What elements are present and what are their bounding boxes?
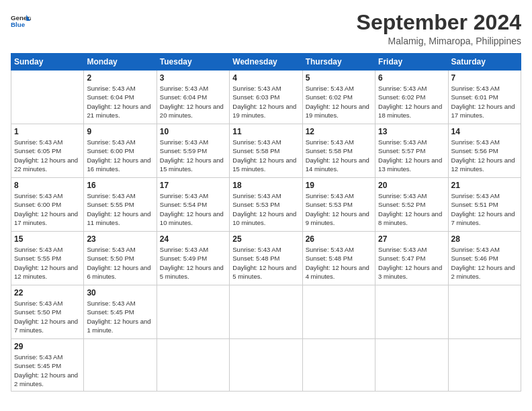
calendar-cell: 4 Sunrise: 5:43 AMSunset: 6:03 PMDayligh… bbox=[230, 71, 302, 124]
calendar-cell: 18 Sunrise: 5:43 AMSunset: 5:53 PMDaylig… bbox=[230, 178, 302, 232]
calendar-cell: 12 Sunrise: 5:43 AMSunset: 5:58 PMDaylig… bbox=[302, 124, 375, 178]
calendar-week-row: 22 Sunrise: 5:43 AMSunset: 5:50 PMDaylig… bbox=[11, 285, 521, 339]
day-info: Sunrise: 5:43 AMSunset: 6:00 PMDaylight:… bbox=[87, 138, 153, 173]
calendar-cell: 26 Sunrise: 5:43 AMSunset: 5:48 PMDaylig… bbox=[302, 232, 375, 285]
day-number: 15 bbox=[14, 234, 81, 244]
day-info: Sunrise: 5:43 AMSunset: 5:52 PMDaylight:… bbox=[378, 191, 445, 227]
day-number: 29 bbox=[14, 342, 81, 351]
day-info: Sunrise: 5:43 AMSunset: 5:46 PMDaylight:… bbox=[451, 245, 518, 281]
day-info: Sunrise: 5:43 AMSunset: 5:48 PMDaylight:… bbox=[306, 245, 372, 281]
day-info: Sunrise: 5:43 AMSunset: 6:02 PMDaylight:… bbox=[378, 84, 445, 120]
calendar-cell: 22 Sunrise: 5:43 AMSunset: 5:50 PMDaylig… bbox=[11, 285, 84, 339]
location-title: Malamig, Mimaropa, Philippines bbox=[357, 36, 521, 46]
day-info: Sunrise: 5:43 AMSunset: 6:04 PMDaylight:… bbox=[87, 84, 153, 120]
day-number: 2 bbox=[87, 73, 153, 83]
calendar-cell: 27 Sunrise: 5:43 AMSunset: 5:47 PMDaylig… bbox=[375, 232, 448, 285]
day-number: 16 bbox=[87, 181, 153, 190]
calendar-cell bbox=[375, 285, 448, 339]
calendar-cell: 2 Sunrise: 5:43 AMSunset: 6:04 PMDayligh… bbox=[84, 71, 157, 124]
day-info: Sunrise: 5:43 AMSunset: 5:45 PMDaylight:… bbox=[14, 353, 81, 388]
day-number: 6 bbox=[378, 73, 445, 83]
calendar-cell: 16 Sunrise: 5:43 AMSunset: 5:55 PMDaylig… bbox=[84, 178, 157, 232]
day-number: 1 bbox=[14, 127, 81, 136]
calendar-cell: 5 Sunrise: 5:43 AMSunset: 6:02 PMDayligh… bbox=[302, 71, 375, 124]
calendar-cell bbox=[157, 339, 229, 392]
calendar-cell: 29 Sunrise: 5:43 AMSunset: 5:45 PMDaylig… bbox=[11, 339, 84, 392]
calendar-cell: 14 Sunrise: 5:43 AMSunset: 5:56 PMDaylig… bbox=[448, 124, 521, 178]
calendar-cell: 23 Sunrise: 5:43 AMSunset: 5:50 PMDaylig… bbox=[84, 232, 157, 285]
weekday-header-friday: Friday bbox=[375, 54, 448, 71]
day-info: Sunrise: 5:43 AMSunset: 5:50 PMDaylight:… bbox=[87, 245, 153, 281]
logo: General Blue bbox=[11, 11, 32, 31]
day-info: Sunrise: 5:43 AMSunset: 5:51 PMDaylight:… bbox=[451, 191, 518, 227]
day-number: 3 bbox=[160, 73, 226, 83]
day-number: 10 bbox=[160, 127, 226, 136]
calendar-cell: 6 Sunrise: 5:43 AMSunset: 6:02 PMDayligh… bbox=[375, 71, 448, 124]
day-number: 7 bbox=[451, 73, 518, 83]
month-title: September 2024 bbox=[357, 11, 521, 34]
weekday-header-saturday: Saturday bbox=[448, 54, 521, 71]
calendar-cell bbox=[448, 339, 521, 392]
calendar-cell: 11 Sunrise: 5:43 AMSunset: 5:58 PMDaylig… bbox=[230, 124, 302, 178]
calendar-header-row: SundayMondayTuesdayWednesdayThursdayFrid… bbox=[11, 54, 521, 71]
day-number: 24 bbox=[160, 234, 226, 244]
day-info: Sunrise: 5:43 AMSunset: 6:00 PMDaylight:… bbox=[14, 191, 81, 227]
calendar-cell: 15 Sunrise: 5:43 AMSunset: 5:55 PMDaylig… bbox=[11, 232, 84, 285]
day-info: Sunrise: 5:43 AMSunset: 5:47 PMDaylight:… bbox=[378, 245, 445, 281]
calendar-week-row: 1 Sunrise: 5:43 AMSunset: 6:05 PMDayligh… bbox=[11, 124, 521, 178]
calendar-cell: 24 Sunrise: 5:43 AMSunset: 5:49 PMDaylig… bbox=[157, 232, 229, 285]
day-info: Sunrise: 5:43 AMSunset: 5:54 PMDaylight:… bbox=[160, 191, 226, 227]
day-info: Sunrise: 5:43 AMSunset: 5:58 PMDaylight:… bbox=[306, 138, 372, 173]
weekday-header-thursday: Thursday bbox=[302, 54, 375, 71]
day-info: Sunrise: 5:43 AMSunset: 5:58 PMDaylight:… bbox=[232, 138, 299, 173]
day-number: 19 bbox=[306, 181, 372, 190]
day-number: 23 bbox=[87, 234, 153, 244]
calendar-cell: 7 Sunrise: 5:43 AMSunset: 6:01 PMDayligh… bbox=[448, 71, 521, 124]
calendar-week-row: 2 Sunrise: 5:43 AMSunset: 6:04 PMDayligh… bbox=[11, 71, 521, 124]
calendar-cell bbox=[302, 339, 375, 392]
calendar-cell: 10 Sunrise: 5:43 AMSunset: 5:59 PMDaylig… bbox=[157, 124, 229, 178]
weekday-header-wednesday: Wednesday bbox=[230, 54, 302, 71]
day-info: Sunrise: 5:43 AMSunset: 6:05 PMDaylight:… bbox=[14, 138, 81, 173]
day-info: Sunrise: 5:43 AMSunset: 5:50 PMDaylight:… bbox=[14, 299, 81, 334]
calendar-week-row: 15 Sunrise: 5:43 AMSunset: 5:55 PMDaylig… bbox=[11, 232, 521, 285]
day-info: Sunrise: 5:43 AMSunset: 5:57 PMDaylight:… bbox=[378, 138, 445, 173]
day-info: Sunrise: 5:43 AMSunset: 5:55 PMDaylight:… bbox=[87, 191, 153, 227]
day-info: Sunrise: 5:43 AMSunset: 5:59 PMDaylight:… bbox=[160, 138, 226, 173]
day-number: 4 bbox=[232, 73, 299, 83]
calendar-cell bbox=[302, 285, 375, 339]
day-info: Sunrise: 5:43 AMSunset: 6:02 PMDaylight:… bbox=[306, 84, 372, 120]
day-number: 9 bbox=[87, 127, 153, 136]
day-info: Sunrise: 5:43 AMSunset: 5:53 PMDaylight:… bbox=[232, 191, 299, 227]
calendar-cell: 17 Sunrise: 5:43 AMSunset: 5:54 PMDaylig… bbox=[157, 178, 229, 232]
day-number: 11 bbox=[232, 127, 299, 136]
calendar-cell: 9 Sunrise: 5:43 AMSunset: 6:00 PMDayligh… bbox=[84, 124, 157, 178]
day-number: 5 bbox=[306, 73, 372, 83]
day-info: Sunrise: 5:43 AMSunset: 6:01 PMDaylight:… bbox=[451, 84, 518, 120]
day-number: 26 bbox=[306, 234, 372, 244]
calendar-cell: 1 Sunrise: 5:43 AMSunset: 6:05 PMDayligh… bbox=[11, 124, 84, 178]
day-number: 28 bbox=[451, 234, 518, 244]
day-info: Sunrise: 5:43 AMSunset: 5:49 PMDaylight:… bbox=[160, 245, 226, 281]
calendar-week-row: 29 Sunrise: 5:43 AMSunset: 5:45 PMDaylig… bbox=[11, 339, 521, 392]
day-number: 20 bbox=[378, 181, 445, 190]
day-info: Sunrise: 5:43 AMSunset: 5:48 PMDaylight:… bbox=[232, 245, 299, 281]
weekday-header-monday: Monday bbox=[84, 54, 157, 71]
day-number: 12 bbox=[306, 127, 372, 136]
calendar-cell: 28 Sunrise: 5:43 AMSunset: 5:46 PMDaylig… bbox=[448, 232, 521, 285]
calendar-cell: 3 Sunrise: 5:43 AMSunset: 6:04 PMDayligh… bbox=[157, 71, 229, 124]
calendar: SundayMondayTuesdayWednesdayThursdayFrid… bbox=[11, 53, 521, 392]
day-number: 18 bbox=[232, 181, 299, 190]
day-number: 30 bbox=[87, 288, 153, 298]
logo-icon: General Blue bbox=[11, 11, 31, 31]
weekday-header-sunday: Sunday bbox=[11, 54, 84, 71]
day-number: 27 bbox=[378, 234, 445, 244]
calendar-cell bbox=[230, 285, 302, 339]
day-number: 13 bbox=[378, 127, 445, 136]
calendar-cell bbox=[448, 285, 521, 339]
calendar-cell: 13 Sunrise: 5:43 AMSunset: 5:57 PMDaylig… bbox=[375, 124, 448, 178]
calendar-cell bbox=[84, 339, 157, 392]
day-info: Sunrise: 5:43 AMSunset: 5:56 PMDaylight:… bbox=[451, 138, 518, 173]
day-info: Sunrise: 5:43 AMSunset: 6:04 PMDaylight:… bbox=[160, 84, 226, 120]
calendar-cell: 25 Sunrise: 5:43 AMSunset: 5:48 PMDaylig… bbox=[230, 232, 302, 285]
